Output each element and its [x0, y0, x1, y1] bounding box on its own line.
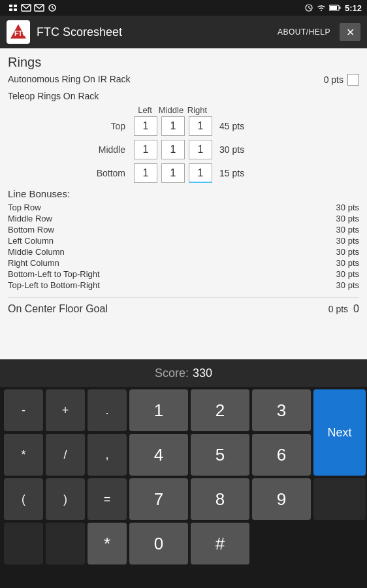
floor-goal-right: 0 pts 0 — [328, 303, 359, 315]
bonus-middle-pts: 30 pts — [336, 214, 359, 223]
content-area: Rings Autonomous Ring On IR Rack 0 pts T… — [0, 48, 367, 359]
key-multiply[interactable]: * — [4, 434, 43, 476]
bonus-middle-col: Middle Column 30 pts — [8, 246, 359, 257]
teleop-grid: Left Middle Right Top 1 1 1 45 pts Middl… — [8, 105, 359, 183]
bonus-bl-tr-label: Bottom-Left to Top-Right — [8, 269, 100, 279]
cell-middle-left[interactable]: 1 — [134, 140, 157, 159]
bonus-top-left-bottom-right: Top-Left to Bottom-Right 30 pts — [8, 280, 359, 291]
autonomous-label: Autonomous Ring On IR Rack — [8, 74, 131, 84]
keyboard-section: Score: 330 - + . 1 2 3 ⌫ * / , 4 5 6 Nex… — [0, 359, 367, 588]
key-7[interactable]: 7 — [129, 478, 188, 520]
floor-goal-pts: 0 pts — [328, 304, 348, 314]
row-top-label: Top — [8, 121, 132, 131]
key-divide[interactable]: / — [46, 434, 85, 476]
bonus-left-pts: 30 pts — [336, 236, 359, 246]
bonus-middle-col-label: Middle Column — [8, 247, 65, 257]
notification-icon — [8, 3, 18, 13]
about-help-button[interactable]: ABOUT/HELP — [271, 24, 337, 41]
key-4[interactable]: 4 — [129, 434, 188, 476]
key-5[interactable]: 5 — [191, 434, 249, 476]
key-6[interactable]: 6 — [252, 434, 311, 476]
col-middle: Middle — [158, 105, 184, 115]
battery-icon — [329, 3, 341, 12]
floor-goal-value: 0 — [353, 303, 359, 315]
score-label: Score: — [155, 367, 189, 380]
floor-goal-row: On Center Floor Goal 0 pts 0 — [8, 297, 359, 315]
key-minus[interactable]: - — [4, 389, 43, 431]
key-open-paren[interactable]: ( — [4, 478, 43, 520]
key-3[interactable]: 3 — [252, 389, 311, 431]
close-button[interactable]: ✕ — [340, 23, 360, 41]
key-comma[interactable]: , — [88, 434, 127, 476]
misc-icon — [47, 3, 57, 13]
cell-bottom-middle[interactable]: 1 — [161, 163, 185, 183]
svg-rect-2 — [9, 8, 12, 11]
grid-row-bottom: Bottom 1 1 1 15 pts — [8, 163, 359, 183]
cell-top-middle[interactable]: 1 — [161, 116, 185, 136]
grid-row-middle: Middle 1 1 1 30 pts — [8, 140, 359, 159]
cell-top-left[interactable]: 1 — [134, 116, 157, 136]
svg-line-8 — [52, 8, 54, 9]
status-bar: 5:12 — [0, 0, 367, 16]
svg-text:FTC: FTC — [14, 30, 27, 37]
app-header: FTC FTC Scoresheet ABOUT/HELP ✕ — [0, 16, 367, 48]
key-close-paren[interactable]: ) — [46, 478, 85, 520]
floor-goal-label: On Center Floor Goal — [8, 303, 108, 315]
bonus-right-pts: 30 pts — [336, 258, 359, 268]
bonus-bottom-left-top-right: Bottom-Left to Top-Right 30 pts — [8, 269, 359, 280]
key-dot[interactable]: . — [88, 389, 127, 431]
key-hash[interactable]: # — [191, 523, 249, 564]
svg-rect-3 — [14, 8, 17, 11]
cell-middle-right[interactable]: 1 — [189, 140, 212, 159]
cell-middle-middle[interactable]: 1 — [161, 140, 185, 159]
section-title: Rings — [8, 55, 359, 70]
svg-rect-14 — [339, 7, 340, 9]
bonus-tl-br-label: Top-Left to Bottom-Right — [8, 280, 100, 290]
bonus-top-row: Top Row 30 pts — [8, 202, 359, 213]
key-plus[interactable]: + — [46, 389, 85, 431]
key-2[interactable]: 2 — [191, 389, 249, 431]
bonus-left-label: Left Column — [8, 236, 54, 246]
bonus-middle-col-pts: 30 pts — [336, 247, 359, 257]
svg-line-11 — [309, 8, 311, 9]
teleop-title: Teleop Rings On Rack — [8, 91, 359, 101]
row-bottom-label: Bottom — [8, 168, 132, 178]
bonus-right-col: Right Column 30 pts — [8, 257, 359, 269]
bonus-left-col: Left Column 30 pts — [8, 235, 359, 246]
line-bonuses-title: Line Bonuses: — [8, 188, 359, 199]
bonus-tl-br-pts: 30 pts — [336, 280, 359, 290]
svg-rect-0 — [9, 5, 12, 7]
key-9[interactable]: 9 — [252, 478, 311, 520]
app-logo: FTC — [7, 20, 30, 44]
cell-top-right[interactable]: 1 — [189, 116, 212, 136]
score-value: 330 — [193, 367, 212, 380]
score-bar: Score: 330 — [0, 359, 367, 387]
autonomous-pts-label: 0 pts — [324, 74, 343, 85]
alarm-icon — [304, 3, 313, 12]
row-top-pts: 45 pts — [219, 121, 252, 131]
bonus-middle-label: Middle Row — [8, 214, 52, 223]
key-1[interactable]: 1 — [129, 389, 188, 431]
gmail-icon — [34, 3, 44, 13]
key-8[interactable]: 8 — [191, 478, 249, 520]
bonus-top-label: Top Row — [8, 203, 41, 212]
bonus-bl-tr-pts: 30 pts — [336, 269, 359, 279]
key-star[interactable]: * — [88, 523, 127, 564]
autonomous-row: Autonomous Ring On IR Rack 0 pts — [8, 74, 359, 86]
bonus-bottom-pts: 30 pts — [336, 225, 359, 235]
key-0[interactable]: 0 — [129, 523, 188, 564]
status-right-icons — [304, 3, 341, 12]
svg-rect-13 — [330, 6, 337, 10]
grid-header: Left Middle Right — [132, 105, 359, 115]
autonomous-checkbox[interactable] — [347, 74, 359, 86]
keyboard: - + . 1 2 3 ⌫ * / , 4 5 6 Next ( ) = 7 8… — [0, 387, 367, 567]
cell-bottom-right[interactable]: 1 — [189, 163, 212, 183]
bonus-top-pts: 30 pts — [336, 203, 359, 212]
row-bottom-pts: 15 pts — [219, 168, 252, 178]
key-empty-2 — [4, 523, 43, 564]
svg-rect-1 — [14, 5, 17, 7]
key-equals[interactable]: = — [88, 478, 127, 520]
row-middle-pts: 30 pts — [219, 144, 252, 155]
cell-bottom-left[interactable]: 1 — [134, 163, 157, 183]
next-button[interactable]: Next — [313, 389, 366, 476]
